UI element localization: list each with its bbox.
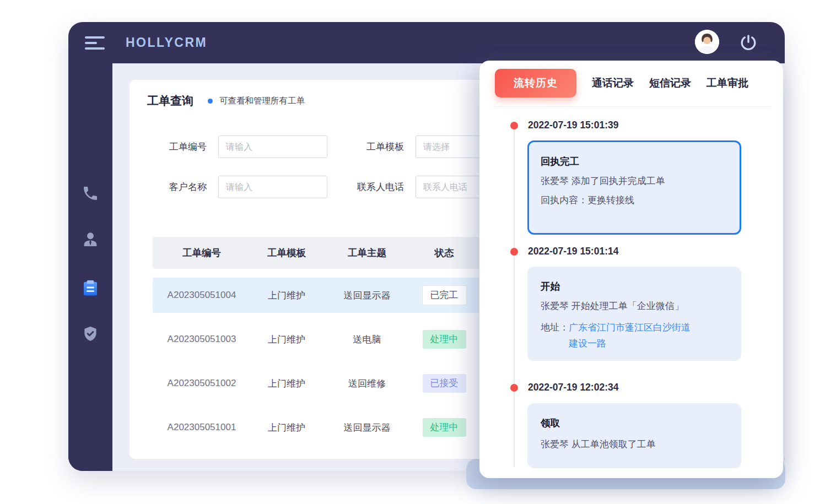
sidebar: [68, 63, 112, 471]
col-header-template: 工单模板: [251, 246, 322, 259]
phone-icon: [82, 185, 99, 204]
shield-check-icon: [82, 325, 99, 345]
timeline-card-line: 张爱琴 添加了回执并完成工单: [541, 175, 728, 187]
person-icon: [81, 230, 100, 251]
order-no-label: 工单编号: [130, 140, 207, 153]
cell-template: 上门维护: [251, 333, 322, 346]
template-label: 工单模板: [327, 140, 404, 153]
hamburger-menu-icon[interactable]: [85, 36, 105, 50]
customer-input[interactable]: [218, 176, 327, 198]
cell-template: 上门维护: [251, 421, 322, 434]
timeline-card-title: 开始: [541, 280, 728, 293]
timeline-card-line: 回执内容：更换转接线: [541, 194, 728, 207]
accent-dot-icon: [208, 99, 213, 104]
filter-row-2: 客户名称 联系人电话: [130, 176, 523, 198]
timeline-dot: [510, 384, 518, 392]
cell-subject: 送回显示器: [322, 289, 412, 302]
timeline-timestamp: 2022-07-19 12:02:34: [528, 382, 618, 393]
cell-order-no: A202305051003: [153, 334, 251, 345]
customer-label: 客户名称: [130, 181, 207, 193]
sidebar-item-contacts[interactable]: [68, 227, 112, 254]
order-no-input[interactable]: [218, 136, 327, 158]
user-avatar[interactable]: [695, 30, 719, 54]
timeline-card-line: 张爱琴 从工单池领取了工单: [541, 438, 728, 451]
timeline-dot: [510, 248, 518, 256]
cell-order-no: A202305051002: [153, 378, 251, 389]
timeline-card[interactable]: 领取 张爱琴 从工单池领取了工单: [527, 403, 741, 468]
cell-order-no: A202305051001: [153, 422, 251, 433]
timeline-timestamp: 2022-07-19 15:01:39: [528, 120, 618, 131]
sidebar-item-phone[interactable]: [68, 181, 112, 208]
filter-row-1: 工单编号 工单模板: [130, 136, 523, 158]
history-panel: 流转历史 通话记录 短信记录 工单审批 2022-07-19 15:01:39 …: [479, 61, 783, 478]
cell-order-no: A202305051004: [153, 290, 251, 301]
page-subtitle: 可查看和管理所有工单: [219, 95, 305, 107]
canvas: HOLLYCRM: [0, 0, 836, 504]
status-badge: 处理中: [423, 330, 466, 349]
timeline-dot: [510, 122, 518, 129]
panel-tabs: 流转历史 通话记录 短信记录 工单审批: [495, 69, 748, 97]
tab-call-records[interactable]: 通话记录: [592, 76, 634, 90]
tab-sms-records[interactable]: 短信记录: [649, 76, 691, 90]
cell-subject: 送电脑: [322, 333, 412, 346]
tabs-divider: [493, 106, 771, 107]
status-badge: 已接受: [423, 374, 466, 393]
address-row: 地址： 广东省江门市蓬江区白沙街道建设一路: [541, 319, 728, 351]
timeline-line: [514, 129, 515, 467]
col-header-subject: 工单主题: [322, 246, 412, 259]
cell-subject: 送回显示器: [322, 421, 412, 434]
status-badge: 已完工: [422, 285, 467, 305]
cell-template: 上门维护: [251, 289, 322, 302]
status-badge: 处理中: [423, 418, 466, 437]
contact-label: 联系人电话: [327, 181, 404, 193]
page-header: 工单查询 可查看和管理所有工单: [147, 93, 305, 109]
cell-template: 上门维护: [251, 377, 322, 390]
page-title: 工单查询: [147, 93, 193, 109]
topbar: HOLLYCRM: [68, 22, 785, 63]
timeline-card[interactable]: 开始 张爱琴 开始处理工单「企业微信」 地址： 广东省江门市蓬江区白沙街道建设一…: [527, 267, 741, 361]
logout-power-icon[interactable]: [739, 33, 758, 52]
sidebar-item-security[interactable]: [68, 322, 112, 348]
timeline-card-title: 回执完工: [541, 155, 728, 168]
timeline-timestamp: 2022-07-19 15:01:14: [528, 246, 618, 257]
clipboard-icon: [81, 279, 100, 300]
col-header-order-no: 工单编号: [153, 246, 251, 259]
cell-subject: 送回维修: [322, 377, 412, 390]
address-link[interactable]: 广东省江门市蓬江区白沙街道建设一路: [569, 319, 697, 351]
brand-logo: HOLLYCRM: [126, 35, 207, 50]
tab-flow-history[interactable]: 流转历史: [495, 69, 576, 97]
timeline-card-title: 领取: [541, 416, 728, 430]
timeline-card-selected[interactable]: 回执完工 张爱琴 添加了回执并完成工单 回执内容：更换转接线: [527, 140, 741, 235]
tab-approval[interactable]: 工单审批: [706, 76, 748, 90]
timeline-card-line: 张爱琴 开始处理工单「企业微信」: [541, 300, 728, 312]
address-label: 地址：: [541, 319, 569, 351]
sidebar-item-workorder[interactable]: [68, 276, 112, 302]
col-header-status: 状态: [412, 246, 477, 259]
